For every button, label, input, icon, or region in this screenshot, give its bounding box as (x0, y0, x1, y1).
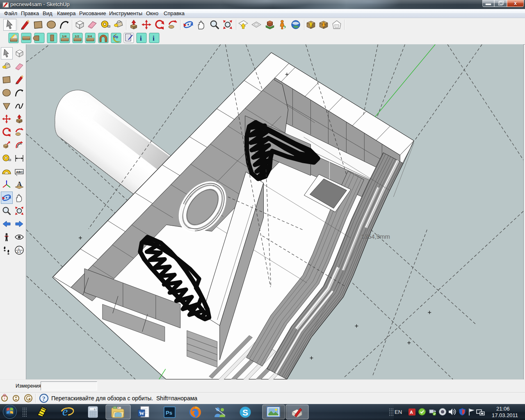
svg-text:A: A (410, 410, 413, 415)
svg-text:21:06: 21:06 (496, 406, 510, 412)
svg-text:1/2: 1/2 (75, 34, 80, 38)
svg-text:e: e (62, 404, 68, 418)
svg-text:17.03.2011: 17.03.2011 (492, 412, 518, 418)
svg-text:3/4: 3/4 (87, 34, 92, 38)
svg-text:i: i (153, 34, 155, 42)
svg-text:1354,9mm: 1354,9mm (361, 233, 390, 240)
svg-text:EN: EN (395, 409, 402, 415)
svg-text:S: S (242, 408, 248, 417)
svg-text:?: ? (42, 395, 46, 402)
svg-text:1/4: 1/4 (62, 34, 67, 38)
svg-text:W: W (139, 410, 144, 416)
svg-text:Ps: Ps (166, 410, 172, 416)
svg-text:0: 0 (94, 408, 96, 411)
svg-text:i: i (140, 34, 142, 42)
